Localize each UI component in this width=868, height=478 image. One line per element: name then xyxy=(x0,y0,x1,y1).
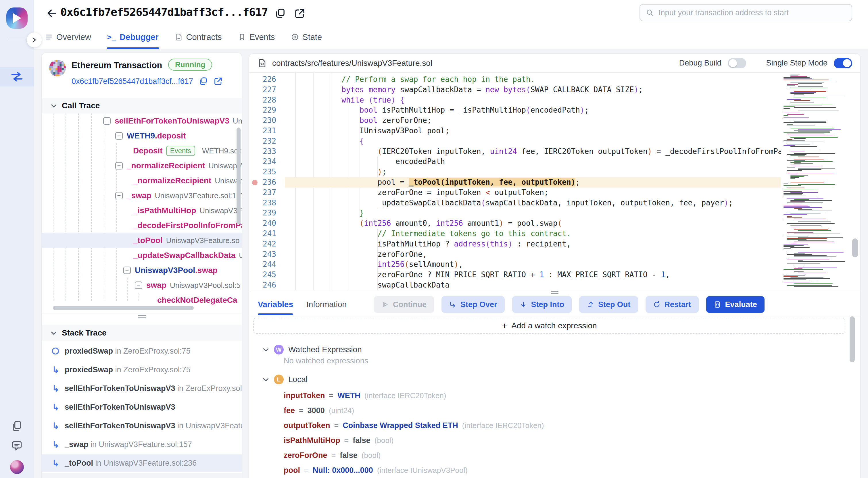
code-gutter[interactable]: 233 xyxy=(249,147,285,157)
code-line: 234 encodedPath xyxy=(249,157,781,167)
code-gutter[interactable]: 241 xyxy=(249,229,285,239)
open-hash-icon[interactable] xyxy=(213,76,223,86)
call-trace-row[interactable]: −sellEthForTokenToUniswapV3Unis xyxy=(42,114,242,128)
tree-expander-icon[interactable]: − xyxy=(103,117,111,125)
code-gutter[interactable]: 227 xyxy=(249,85,285,95)
code-gutter[interactable]: 237 xyxy=(249,188,285,198)
code-gutter[interactable]: 239 xyxy=(249,208,285,218)
tree-expander-icon[interactable]: − xyxy=(115,132,123,139)
add-watch-expression[interactable]: + Add a watch expression xyxy=(253,318,845,334)
single-step-toggle[interactable] xyxy=(834,58,852,68)
code-gutter[interactable]: 235 xyxy=(249,167,285,177)
tab-contracts[interactable]: Contracts xyxy=(174,25,222,49)
tab-information[interactable]: Information xyxy=(306,294,347,315)
tab-state[interactable]: State xyxy=(290,25,322,49)
code-gutter[interactable]: 238 xyxy=(249,198,285,208)
code-line: 227 bytes memory swapCallbackData = new … xyxy=(249,85,781,95)
call-trace-row[interactable]: _decodeFirstPoolInfoFromPa xyxy=(42,218,242,233)
call-trace-row[interactable]: _updateSwapCallbackDataU xyxy=(42,248,242,263)
step-over-button[interactable]: Step Over xyxy=(441,296,505,313)
call-trace-row[interactable]: −UniswapV3Pool.swap xyxy=(42,263,242,278)
tree-expander-icon[interactable]: − xyxy=(135,282,142,289)
tab-variables[interactable]: Variables xyxy=(258,294,293,315)
open-external-icon[interactable] xyxy=(294,7,306,20)
call-trace-row[interactable]: −WETH9.deposit xyxy=(42,128,242,144)
code-gutter[interactable]: 242 xyxy=(249,239,285,249)
code-gutter[interactable]: 229 xyxy=(249,105,285,116)
copy-pages-icon[interactable] xyxy=(11,420,23,433)
variables-scrollbar[interactable] xyxy=(849,316,855,362)
feedback-chat-icon[interactable] xyxy=(11,440,23,453)
breakpoint-icon[interactable] xyxy=(252,180,257,185)
tree-expander-icon[interactable]: − xyxy=(123,266,131,274)
stack-trace-row[interactable]: proxiedSwap in ZeroExProxy.sol:75 xyxy=(42,342,242,360)
code-gutter[interactable]: 246 xyxy=(249,280,285,290)
collapse-sidebar-button[interactable] xyxy=(27,32,42,47)
tree-horizontal-scrollbar[interactable] xyxy=(53,306,194,310)
debug-bottom-panel: Variables Information Continue xyxy=(249,294,860,478)
variable-row[interactable]: zeroForOne=false(bool) xyxy=(284,448,544,463)
code-gutter[interactable]: 232 xyxy=(249,136,285,147)
copy-icon[interactable] xyxy=(274,7,286,20)
code-minimap[interactable] xyxy=(783,74,852,288)
step-out-button[interactable]: Step Out xyxy=(579,296,638,313)
code-line: 246 swapCallbackData xyxy=(249,280,781,290)
stack-trace-row[interactable]: ↳_swap in UniswapV3Feature.sol:157 xyxy=(42,436,242,453)
stack-trace-row[interactable]: ↳_toPool in UniswapV3Feature.sol:236 xyxy=(42,454,242,472)
back-button[interactable] xyxy=(45,7,58,20)
code-gutter[interactable]: 228 xyxy=(249,95,285,105)
stack-trace-row[interactable]: ↳proxiedSwap in ZeroExProxy.sol:75 xyxy=(42,361,242,378)
copy-hash-icon[interactable] xyxy=(198,76,208,86)
variable-row[interactable]: fee=3000(uint24) xyxy=(284,403,544,418)
restart-button[interactable]: Restart xyxy=(646,296,699,313)
transaction-hash-link[interactable]: 0x6c1fb7ef5265447d1baff3cf...f617 xyxy=(71,77,193,86)
variable-row[interactable]: isPathMultiHop=false(bool) xyxy=(284,433,544,448)
tree-expander-icon[interactable]: − xyxy=(115,162,123,169)
code-gutter[interactable]: 236 xyxy=(249,177,285,188)
stack-trace-row[interactable]: ↳sellEthForTokenToUniswapV3 in UniswapV3… xyxy=(42,417,242,434)
local-section[interactable]: L Local xyxy=(262,373,308,386)
search-input[interactable] xyxy=(658,8,846,17)
stack-trace-row[interactable]: ↳sellEthForTokenToUniswapV3 in ZeroExPro… xyxy=(42,380,242,397)
code-gutter[interactable]: 240 xyxy=(249,218,285,229)
tree-vertical-scrollbar[interactable] xyxy=(237,128,241,224)
code-gutter[interactable]: 230 xyxy=(249,116,285,126)
call-trace-row[interactable]: _isPathMultiHopUniswapV3F xyxy=(42,203,242,218)
code-scrollbar[interactable] xyxy=(852,238,858,257)
watched-expression-section[interactable]: W Watched Expression xyxy=(262,343,362,356)
variable-row[interactable]: pool=Null: 0x000...000(interface IUniswa… xyxy=(284,463,544,478)
tab-overview[interactable]: Overview xyxy=(44,25,92,49)
code-gutter[interactable]: 243 xyxy=(249,249,285,260)
tab-events[interactable]: Events xyxy=(238,25,276,49)
stack-trace-row[interactable]: ↳sellEthForTokenToUniswapV3 xyxy=(42,399,242,416)
code-gutter[interactable]: 231 xyxy=(249,126,285,136)
evaluate-button[interactable]: Evaluate xyxy=(706,296,765,313)
transaction-search[interactable] xyxy=(640,4,852,21)
code-gutter[interactable]: 244 xyxy=(249,259,285,270)
call-trace-row[interactable]: −_swapUniswapV3Feature.sol:157 xyxy=(42,188,242,203)
editor-panel-splitter[interactable] xyxy=(249,290,860,294)
resize-handle[interactable] xyxy=(138,315,146,318)
call-trace-row[interactable]: _normalizeRecipientUniswap xyxy=(42,173,242,188)
call-trace-header[interactable]: Call Trace xyxy=(42,98,242,114)
step-into-button[interactable]: Step Into xyxy=(512,296,572,313)
call-trace-row[interactable]: DepositEventsWETH9.sol:4 xyxy=(42,144,242,158)
continue-button[interactable]: Continue xyxy=(374,296,434,313)
debug-build-toggle[interactable] xyxy=(728,58,746,68)
tab-debugger[interactable]: >_ Debugger xyxy=(106,25,159,49)
variable-row[interactable]: inputToken=WETH(interface IERC20Token) xyxy=(284,388,544,403)
user-avatar[interactable] xyxy=(10,460,24,474)
code-gutter[interactable]: 245 xyxy=(249,270,285,280)
variable-row[interactable]: outputToken=Coinbase Wrapped Staked ETH(… xyxy=(284,418,544,433)
code-gutter[interactable]: 226 xyxy=(249,74,285,85)
call-trace-row[interactable]: −_normalizeRecipientUniswapV3 xyxy=(42,158,242,173)
chevron-right-icon xyxy=(31,37,37,43)
call-trace-row[interactable]: −swapUniswapV3Pool.sol:5 xyxy=(42,278,242,293)
call-trace-row[interactable]: checkNotDelegateCa xyxy=(42,293,242,308)
stack-trace-header[interactable]: Stack Trace xyxy=(42,325,242,341)
tree-expander-icon[interactable]: − xyxy=(115,192,123,199)
sentio-logo-icon[interactable] xyxy=(6,7,28,29)
call-trace-row[interactable]: _toPoolUniswapV3Feature.so xyxy=(42,233,242,248)
sidebar-item-transactions[interactable] xyxy=(0,67,34,87)
code-gutter[interactable]: 234 xyxy=(249,157,285,167)
